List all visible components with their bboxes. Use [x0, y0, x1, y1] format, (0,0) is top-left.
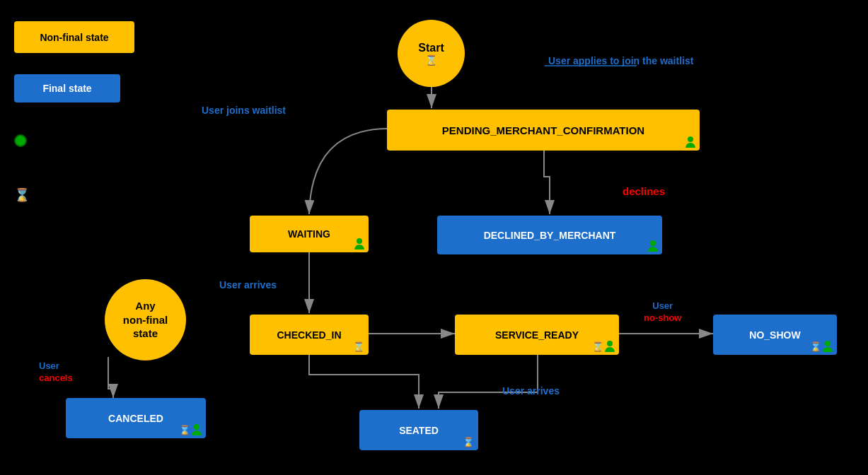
canceled-label: CANCELED — [108, 413, 163, 424]
user-arrives-1-annotation: User arrives — [219, 279, 277, 291]
user-noshow-annotation: User no-show — [644, 300, 681, 324]
checked-in-state: CHECKED_IN ⌛ — [250, 315, 369, 355]
declined-person-icon — [648, 240, 658, 252]
legend-nonfinal-state: Non-final state — [14, 21, 134, 53]
any-nonfinal-label: Anynon-finalstate — [123, 300, 168, 339]
legend-green-icon — [14, 134, 27, 147]
legend-nonfinal-label: Non-final state — [40, 32, 108, 43]
pending-state: PENDING_MERCHANT_CONFIRMATION — [387, 110, 700, 151]
no-show-label: NO_SHOW — [749, 329, 800, 341]
no-show-state: NO_SHOW ⌛ — [713, 315, 837, 355]
user-cancels-annotation: User cancels — [39, 360, 73, 385]
declined-label: DECLINED_BY_MERCHANT — [484, 230, 616, 241]
legend-final-state: Final state — [14, 74, 120, 102]
seated-state: SEATED ⌛ — [359, 410, 478, 450]
checked-in-hourglass: ⌛ — [353, 341, 364, 352]
service-ready-person-icon — [605, 341, 615, 352]
declined-state: DECLINED_BY_MERCHANT — [437, 216, 662, 254]
no-show-hourglass: ⌛ — [810, 341, 821, 352]
service-ready-label: SERVICE_READY — [495, 329, 579, 341]
no-show-person-icon — [823, 341, 833, 352]
user-joins-annotation: User joins waitlist — [202, 105, 286, 116]
user-arrives-2-annotation: User arrives — [502, 385, 560, 397]
user-applies-annotation: User applies to join the waitlist — [548, 55, 693, 66]
seated-label: SEATED — [399, 425, 439, 436]
seated-hourglass: ⌛ — [463, 437, 474, 447]
waiting-person-icon — [354, 238, 364, 250]
declines-annotation: declines — [623, 185, 665, 197]
start-state: Start ⌛ — [398, 20, 465, 87]
legend-final-label: Final state — [42, 83, 91, 94]
pending-person-icon — [685, 136, 695, 148]
service-ready-state: SERVICE_READY ⌛ — [455, 315, 619, 355]
pending-label: PENDING_MERCHANT_CONFIRMATION — [442, 124, 644, 136]
waiting-label: WAITING — [288, 228, 330, 240]
service-ready-hourglass: ⌛ — [592, 341, 603, 352]
waiting-state: WAITING — [250, 216, 369, 252]
checked-in-label: CHECKED_IN — [277, 329, 341, 341]
start-label: Start — [418, 42, 444, 54]
canceled-hourglass: ⌛ — [179, 425, 190, 435]
any-nonfinal-state: Anynon-finalstate — [105, 279, 186, 360]
canceled-person-icon — [192, 424, 202, 435]
canceled-state: CANCELED ⌛ — [66, 398, 206, 438]
legend-hourglass-icon: ⌛ — [14, 187, 30, 203]
